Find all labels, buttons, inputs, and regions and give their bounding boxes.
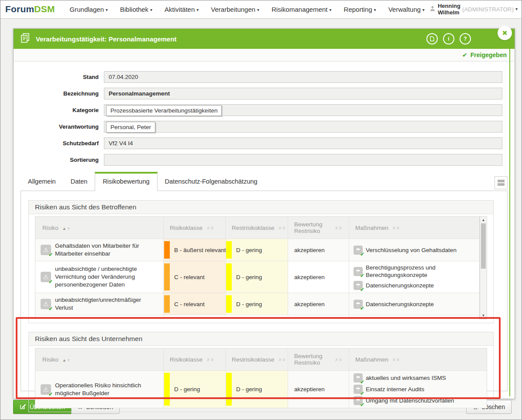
panel-risiken-unternehmen: Risiken aus Sicht des Unternehmen Risiko…	[28, 332, 494, 412]
pdf-export-icon[interactable]	[426, 33, 438, 44]
panel-body: Risiko▲▼ Risikoklasse∧∨ Restrisikoklasse…	[29, 214, 493, 323]
chevron-down-icon: ▾	[422, 7, 425, 12]
processing-activity-dialog: ✖ Verarbeitungstätigkeit: Personalmanage…	[13, 28, 515, 399]
dialog-scrollbar-thumb[interactable]	[509, 49, 510, 396]
umbrella-icon: ☂✔	[354, 300, 363, 309]
menu-verarbeitungen[interactable]: Verarbeitungen▾	[206, 3, 264, 16]
check-icon: ✔	[360, 402, 364, 408]
form-row-verantwortung: Verantwortung Personal, Peter	[14, 121, 515, 133]
scrollbar-thumb[interactable]	[481, 223, 486, 269]
sort-icon: ▲▼	[62, 225, 71, 231]
logo-dsm: DSM	[34, 4, 55, 14]
risk-table-unternehmen: Risiko▲▼ Risikoklasse∧∨ Restrisikoklasse…	[35, 348, 487, 408]
form-row-kategorie: Kategorie Prozessbasierte Verarbeitungst…	[14, 104, 515, 116]
chevron-down-icon: ▾	[196, 7, 199, 12]
sort-icon: ∧∨	[335, 357, 343, 362]
tab-allgemein[interactable]: Allgemein	[21, 172, 63, 191]
tab-risikobewertung[interactable]: Risikobewertung	[95, 172, 157, 191]
check-icon: ✔	[462, 51, 467, 58]
user-name: Henning Wilhelm	[438, 3, 460, 16]
sort-icon: ▲▼	[62, 356, 71, 363]
table-row[interactable]: ⚠✔Operationelles Risiko hinsichtlich mög…	[35, 371, 487, 408]
risk-class-cell: C - relevant	[164, 293, 226, 315]
field-label: Stand	[14, 71, 104, 80]
sortierung-field[interactable]	[104, 154, 502, 166]
residual-class-swatch	[226, 241, 232, 259]
field-label: Kategorie	[14, 104, 104, 113]
column-header-restrisikoklasse[interactable]: Restrisikoklasse∧∨	[226, 217, 288, 239]
risk-warning-icon: ⚠✔	[41, 245, 51, 255]
check-icon: ✔	[360, 287, 364, 293]
info-icon[interactable]: i	[443, 33, 454, 44]
column-header-risiko[interactable]: Risiko▲▼	[35, 217, 164, 239]
column-header-risiko[interactable]: Risiko▲▼	[35, 348, 164, 370]
sort-icon: ∧∨	[278, 357, 286, 362]
panel-title: Risiken aus Sicht des Betroffenen	[29, 201, 493, 214]
sort-icon: ∧∨	[392, 357, 400, 362]
menu-grundlagen[interactable]: Grundlagen▾	[65, 3, 113, 16]
column-header-bewertung[interactable]: Bewertung Restrisiko∧∨	[288, 348, 349, 370]
verantwortung-field[interactable]: Personal, Peter	[104, 121, 502, 133]
tab-daten[interactable]: Daten	[63, 172, 95, 191]
field-label: Sortierung	[14, 154, 104, 163]
column-header-restrisikoklasse[interactable]: Restrisikoklasse∧∨	[226, 348, 288, 370]
table-row[interactable]: ⚠✔unbeabsichtigter/unrechtmäßiger Verlus…	[35, 293, 479, 315]
column-header-risikoklasse[interactable]: Risikoklasse∧∨	[164, 348, 226, 370]
menu-reporting[interactable]: Reporting▾	[339, 3, 381, 16]
bezeichnung-field[interactable]: Personalmanagement	[104, 88, 502, 99]
verantwortung-chip[interactable]: Personal, Peter	[106, 122, 155, 133]
schutzbedarf-field[interactable]: Vf2 V4 I4	[104, 137, 502, 149]
menu-bibliothek[interactable]: Bibliothek▾	[115, 3, 158, 16]
chevron-down-icon: ▾	[257, 7, 259, 12]
close-icon: ✖	[502, 29, 508, 37]
menu-verwaltung[interactable]: Verwaltung▾	[383, 3, 430, 16]
chevron-down-icon: ▾	[150, 7, 152, 12]
table-row-partial: ☂	[35, 315, 479, 319]
table-scrollbar[interactable]: ▲ ▼	[480, 216, 487, 319]
dialog-close-button[interactable]: ✖	[498, 26, 512, 40]
tab-datenschutz-folgenabschaetzung[interactable]: Datenschutz-Folgenabschätzung	[158, 172, 265, 191]
master-data-form: Stand 07.04.2020 Bezeichnung Personalman…	[14, 61, 515, 166]
status-badge: ✔Freigegeben	[462, 51, 507, 58]
main-menu: Grundlagen▾ Bibliothek▾ Aktivitäten▾ Ver…	[65, 3, 430, 16]
umbrella-icon: ☂✔	[354, 373, 363, 382]
risk-class-cell: B - äußerst relevant	[164, 239, 226, 261]
dialog-title: Verarbeitungstätigkeit: Personalmanageme…	[36, 35, 177, 43]
collapse-panels-icon[interactable]	[495, 176, 508, 189]
column-header-massnahmen[interactable]: Maßnahmen∧∨	[349, 348, 487, 370]
check-icon: ✔	[48, 279, 53, 285]
residual-class-cell: D - gering	[226, 371, 288, 408]
kategorie-chip[interactable]: Prozessbasierte Verarbeitungstätigkeiten	[106, 105, 222, 116]
table-row[interactable]: ⚠✔unbeabsichtigte / unberechtigte Vernic…	[35, 261, 479, 293]
risk-class-swatch	[164, 295, 170, 313]
chevron-down-icon: ▾	[330, 7, 332, 12]
header-actions: i ?	[426, 33, 471, 44]
check-icon: ✔	[360, 305, 364, 311]
table-header-row: Risiko▲▼ Risikoklasse∧∨ Restrisikoklasse…	[35, 217, 479, 239]
table-row[interactable]: ⚠✔Gehaltsdaten von Mitarbeiter für Mitar…	[35, 239, 479, 261]
app-logo[interactable]: ForumDSM	[5, 4, 55, 14]
stand-field[interactable]: 07.04.2020	[104, 71, 502, 83]
scroll-up-icon[interactable]: ▲	[480, 217, 487, 223]
check-icon: ✔	[360, 390, 364, 396]
panel-title: Risiken aus Sicht des Unternehmen	[29, 332, 493, 346]
column-header-risikoklasse[interactable]: Risikoklasse∧∨	[164, 217, 226, 239]
column-header-bewertung[interactable]: Bewertung Restrisiko∧∨	[288, 217, 349, 239]
residual-class-cell: D - gering	[226, 261, 288, 293]
risk-class-cell: C - relevant	[164, 261, 226, 293]
menu-risikomanagement[interactable]: Risikomanagement▾	[266, 3, 337, 16]
scroll-down-icon[interactable]: ▼	[480, 313, 487, 318]
field-label: Verantwortung	[14, 121, 104, 130]
kategorie-field[interactable]: Prozessbasierte Verarbeitungstätigkeiten	[104, 104, 502, 116]
risikobewertung-tab-content: Risiken aus Sicht des Betroffenen Risiko…	[21, 191, 508, 391]
measure-item: ☂✔Einsatz interner Audits	[354, 385, 454, 394]
edit-icon	[20, 403, 26, 411]
column-header-massnahmen[interactable]: Maßnahmen∧∨	[349, 217, 479, 239]
umbrella-icon: ☂✔	[354, 396, 363, 405]
top-navbar: ForumDSM Grundlagen▾ Bibliothek▾ Aktivit…	[0, 0, 522, 19]
menu-aktivitaeten[interactable]: Aktivitäten▾	[159, 3, 204, 16]
user-menu[interactable]: Henning Wilhelm (ADMINISTRATOR) ▾	[430, 3, 518, 16]
measure-item: ☂✔Umgang mit Datenschutzvorfällen	[354, 396, 454, 405]
help-icon[interactable]: ?	[460, 33, 471, 44]
check-icon: ✔	[48, 252, 53, 258]
